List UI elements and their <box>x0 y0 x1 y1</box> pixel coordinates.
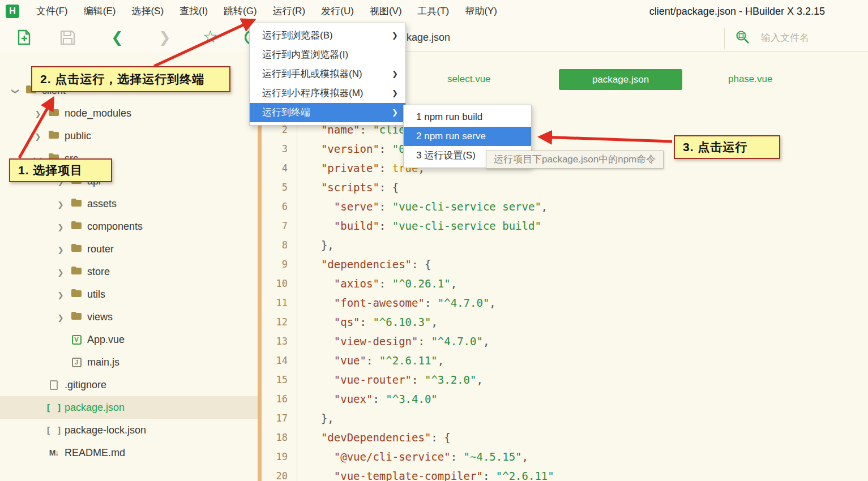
chevron-right-icon[interactable]: ❯ <box>53 243 68 255</box>
code-token <box>308 393 334 405</box>
run-menu-item-4[interactable]: 运行到终端❯ <box>250 103 405 122</box>
app-logo-icon: H <box>6 5 19 18</box>
save-icon <box>60 30 75 45</box>
code-token <box>308 431 321 444</box>
menu-item-label: 运行到终端 <box>262 107 310 118</box>
file-icon <box>50 380 58 390</box>
code-token: : { <box>412 258 431 270</box>
favorite-button[interactable]: ☆ <box>203 28 218 45</box>
code-text: "font-awesome": "^4.7.0", <box>308 293 496 312</box>
sidebar-item-components[interactable]: ❯components <box>0 215 258 238</box>
menu-item-label: 1 npm run build <box>416 111 482 122</box>
code-token <box>308 162 321 174</box>
tree-item-label: utils <box>87 289 105 300</box>
tree-item-label: .gitignore <box>65 379 106 391</box>
save-button[interactable] <box>60 30 75 48</box>
sidebar-item-public[interactable]: ❯public <box>0 124 258 147</box>
sidebar-item--gitignore[interactable]: .gitignore <box>0 373 258 396</box>
code-token <box>308 143 321 155</box>
tree-icon-slot <box>68 266 85 278</box>
forward-button[interactable]: ❯ <box>159 29 171 45</box>
chevron-right-icon[interactable]: ❯ <box>53 266 68 278</box>
new-file-button[interactable] <box>16 29 33 48</box>
markdown-file-icon: M↓ <box>49 448 59 457</box>
tab-partial-package-json[interactable]: kage.json <box>407 23 450 52</box>
tree-icon-slot <box>45 108 62 119</box>
code-text: "view-design": "^4.7.0", <box>308 332 489 351</box>
folder-icon <box>71 221 82 233</box>
code-token: "~4.5.15" <box>464 450 522 463</box>
line-number: 17 <box>262 409 297 428</box>
terminal-submenu-item-1[interactable]: 2 npm run serve <box>404 127 531 146</box>
json-file-icon: [ ] <box>46 402 62 413</box>
code-token: : <box>412 373 425 386</box>
menu-item-9[interactable]: 帮助(Y) <box>457 0 505 23</box>
chevron-right-icon[interactable]: ❯ <box>31 108 45 119</box>
line-number: 3 <box>262 139 297 158</box>
code-token <box>308 220 334 232</box>
chevron-right-icon[interactable]: ❯ <box>53 198 68 210</box>
code-token: : <box>451 450 464 463</box>
code-token: : { <box>379 181 399 194</box>
sidebar-item-node-modules[interactable]: ❯node_modules <box>0 102 258 124</box>
menu-item-1[interactable]: 编辑(E) <box>76 0 124 23</box>
folder-icon <box>71 198 82 210</box>
menu-item-4[interactable]: 跳转(G) <box>216 0 265 23</box>
code-token: , <box>431 316 437 328</box>
code-token: : <box>379 143 392 155</box>
sidebar-item-router[interactable]: ❯router <box>0 238 258 260</box>
code-token: "qs" <box>334 316 360 328</box>
menu-item-label: 运行到小程序模拟器(M) <box>262 88 363 98</box>
back-button[interactable]: ❮ <box>111 29 123 45</box>
menu-item-8[interactable]: 工具(T) <box>410 0 457 23</box>
sidebar-item-app-vue[interactable]: VApp.vue <box>0 328 258 351</box>
line-number: 14 <box>262 351 297 370</box>
code-token: : <box>418 335 431 347</box>
run-menu-item-1[interactable]: 运行到内置浏览器(I) <box>250 45 405 65</box>
sidebar-item-main-js[interactable]: Jmain.js <box>0 351 258 373</box>
code-token: "dependencies" <box>321 258 412 270</box>
menu-item-2[interactable]: 选择(S) <box>123 0 172 23</box>
chevron-right-icon[interactable]: ❯ <box>53 221 68 233</box>
sidebar-item-views[interactable]: ❯views <box>0 306 258 328</box>
menu-item-7[interactable]: 视图(V) <box>362 0 410 23</box>
chevron-glyph: ❯ <box>11 88 20 95</box>
code-token: : <box>373 393 386 405</box>
sidebar-item-utils[interactable]: ❯utils <box>0 283 258 306</box>
line-number: 10 <box>262 274 297 293</box>
code-token: : <box>425 297 438 309</box>
project-explorer[interactable]: ❯client❯node_modules❯public❯src❯api❯asse… <box>0 52 258 481</box>
sidebar-item-store[interactable]: ❯store <box>0 260 258 283</box>
run-menu-item-3[interactable]: 运行到小程序模拟器(M)❯ <box>250 84 405 103</box>
code-line: 8 }, <box>262 235 868 255</box>
line-number: 19 <box>262 447 297 466</box>
sidebar-item-package-lock-json[interactable]: [ ]package-lock.json <box>0 419 258 441</box>
tab-phase-vue[interactable]: phase.vue <box>728 68 772 91</box>
run-menu-item-0[interactable]: 运行到浏览器(B)❯ <box>250 26 405 45</box>
run-menu-item-2[interactable]: 运行到手机或模拟器(N)❯ <box>250 65 405 84</box>
tree-icon-slot: M↓ <box>45 448 62 457</box>
code-token: : <box>379 277 392 290</box>
chevron-right-icon[interactable]: ❯ <box>53 311 68 323</box>
chevron-right-icon[interactable]: ❯ <box>53 289 68 300</box>
chevron-right-icon[interactable]: ❯ <box>31 130 45 142</box>
chevron-glyph: ❯ <box>58 223 64 231</box>
sidebar-item-readme-md[interactable]: M↓README.md <box>0 441 258 464</box>
code-token: : <box>360 316 373 328</box>
code-token: }, <box>308 412 334 424</box>
tree-icon-slot <box>68 289 85 300</box>
tab-select-vue[interactable]: select.vue <box>447 68 491 91</box>
file-search[interactable]: 输入文件名 <box>735 25 865 49</box>
code-token: "^3.4.0" <box>386 393 438 405</box>
menu-item-3[interactable]: 查找(I) <box>172 0 216 23</box>
tab-package-json[interactable]: package.json <box>559 69 682 90</box>
chevron-down-icon[interactable]: ❯ <box>8 85 23 97</box>
sidebar-item-package-json[interactable]: [ ]package.json <box>0 396 258 419</box>
code-token: , <box>476 373 482 386</box>
terminal-submenu-item-0[interactable]: 1 npm run build <box>404 108 531 127</box>
tree-icon-slot: [ ] <box>45 402 62 413</box>
menu-item-5[interactable]: 运行(R) <box>265 0 314 23</box>
menu-item-6[interactable]: 发行(U) <box>313 0 362 23</box>
sidebar-item-assets[interactable]: ❯assets <box>0 192 258 215</box>
menu-item-0[interactable]: 文件(F) <box>28 0 76 23</box>
